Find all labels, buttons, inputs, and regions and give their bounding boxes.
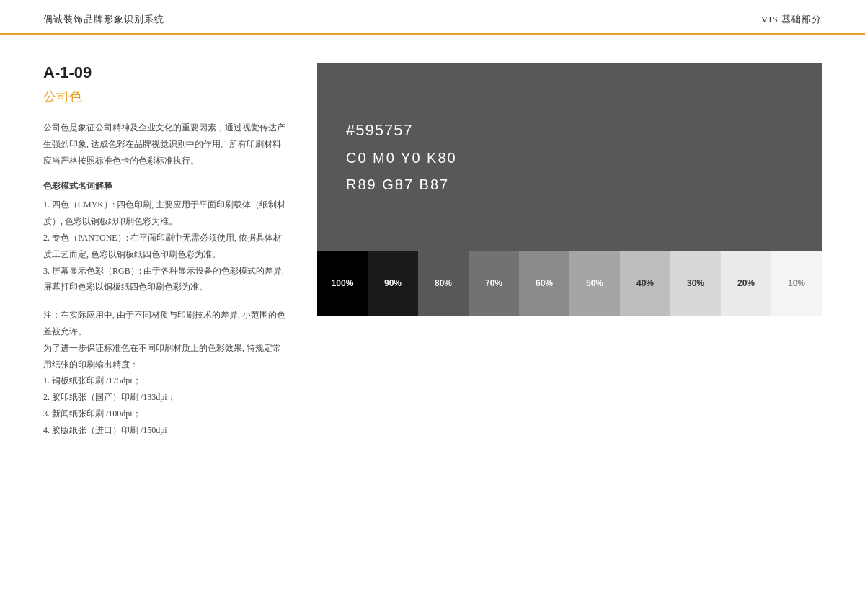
swatch-item: 80% [418, 251, 469, 316]
swatch-item: 90% [368, 251, 418, 316]
swatch-item: 70% [469, 251, 519, 316]
note-text: 注：在实际应用中, 由于不同材质与印刷技术的差异, 小范围的色差被允许。 为了进… [43, 307, 288, 438]
swatch-item: 10% [771, 251, 822, 316]
terms-content: 1. 四色（CMYK）: 四色印刷, 主要应用于平面印刷载体（纸制材质）, 色彩… [43, 197, 288, 295]
terms-title: 色彩模式名词解释 [43, 180, 288, 192]
color-cmyk: C0 M0 Y0 K80 [346, 150, 793, 166]
header-left-text: 偶诚装饰品牌形象识别系统 [43, 13, 164, 26]
swatch-item: 30% [670, 251, 721, 316]
header: 偶诚装饰品牌形象识别系统 VIS 基础部分 [0, 0, 865, 35]
right-column: #595757 C0 M0 Y0 K80 R89 G87 B87 100%90%… [317, 63, 822, 439]
color-main-swatch: #595757 C0 M0 Y0 K80 R89 G87 B87 [317, 63, 822, 251]
swatch-item: 100% [317, 251, 368, 316]
swatch-item: 20% [721, 251, 771, 316]
main-content: A-1-09 公司色 公司色是象征公司精神及企业文化的重要因素，通过视觉传达产生… [0, 35, 865, 460]
header-right-text: VIS 基础部分 [761, 13, 822, 26]
swatch-item: 40% [620, 251, 670, 316]
swatch-item: 60% [519, 251, 569, 316]
section-title: 公司色 [43, 88, 288, 105]
gradient-swatches: 100%90%80%70%60%50%40%30%20%10% [317, 251, 822, 316]
color-rgb: R89 G87 B87 [346, 177, 793, 193]
swatch-item: 50% [569, 251, 620, 316]
left-column: A-1-09 公司色 公司色是象征公司精神及企业文化的重要因素，通过视觉传达产生… [43, 63, 288, 439]
color-hex: #595757 [346, 121, 793, 140]
description-text: 公司色是象征公司精神及企业文化的重要因素，通过视觉传达产生强烈印象, 达成色彩在… [43, 120, 288, 169]
page-id: A-1-09 [43, 63, 288, 82]
